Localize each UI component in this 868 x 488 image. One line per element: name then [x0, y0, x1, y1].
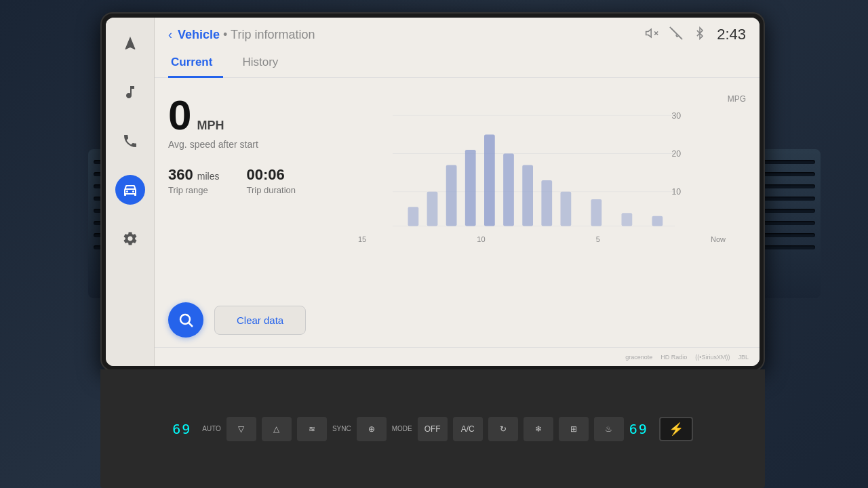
hd-radio-logo: HD Radio: [660, 354, 687, 361]
fan-up-button[interactable]: △: [262, 417, 292, 441]
svg-text:30: 30: [672, 111, 682, 121]
bluetooth-icon: [694, 26, 706, 43]
temp-right-display: 69: [629, 421, 648, 437]
jbl-logo: JBL: [738, 354, 749, 361]
settings-icon: [122, 230, 138, 247]
off-button[interactable]: OFF: [418, 417, 448, 441]
svg-text:20: 20: [672, 149, 682, 159]
svg-point-1: [132, 190, 134, 192]
temp-left-display: 69: [172, 421, 191, 437]
svg-rect-13: [465, 150, 476, 226]
x-label-15: 15: [358, 235, 366, 243]
x-axis: 15 10 5 Now: [344, 232, 746, 243]
speed-unit: MPH: [197, 119, 224, 133]
svg-rect-19: [591, 199, 602, 226]
music-icon: [122, 84, 138, 100]
mute-icon: [645, 26, 658, 43]
svg-rect-15: [503, 154, 514, 226]
chart-area: MPG: [344, 89, 746, 294]
sync-label: SYNC: [332, 425, 351, 432]
fan-down-button[interactable]: ▽: [226, 417, 256, 441]
svg-point-25: [180, 314, 190, 324]
x-label-now: Now: [711, 235, 726, 243]
header: ‹ Vehicle • Trip information: [155, 18, 760, 49]
trip-range-value: 360 miles: [168, 166, 220, 184]
svg-rect-20: [622, 213, 633, 226]
phone-icon: [122, 133, 138, 149]
car-icon: [122, 182, 138, 198]
svg-rect-18: [561, 192, 572, 226]
search-icon: [178, 312, 194, 328]
svg-rect-21: [652, 216, 663, 226]
svg-rect-10: [408, 207, 419, 226]
screen: ‹ Vehicle • Trip information: [106, 18, 760, 366]
stats-panel: 0 MPH Avg. speed after start 360 miles: [168, 89, 344, 294]
mode-button[interactable]: ⊕: [357, 417, 387, 441]
trip-info: 360 miles Trip range 00:06 Trip duration: [168, 166, 344, 195]
trip-duration-value: 00:06: [247, 166, 296, 184]
defrost-rear-button[interactable]: ⊞: [559, 417, 589, 441]
svg-rect-11: [427, 192, 438, 226]
car-background: ‹ Vehicle • Trip information: [0, 0, 868, 488]
bottom-controls: 69 AUTO ▽ △ ≋ SYNC ⊕ MODE OFF A/C ↻ ❄ ⊞ …: [100, 369, 765, 488]
mpg-label: MPG: [728, 94, 746, 104]
svg-text:10: 10: [672, 187, 682, 197]
chart-container: MPG: [344, 94, 746, 230]
sidebar-item-music[interactable]: [115, 77, 145, 107]
gracenote-logo: gracenote: [625, 354, 652, 361]
main-content: ‹ Vehicle • Trip information: [155, 18, 760, 366]
tabs-container: Current History: [155, 49, 760, 78]
usb-port[interactable]: ⚡: [659, 417, 693, 441]
breadcrumb-page: Trip information: [231, 28, 315, 41]
x-label-5: 5: [596, 235, 600, 243]
speed-number: 0: [168, 94, 191, 136]
time-display: 2:43: [717, 26, 746, 43]
svg-rect-14: [484, 134, 495, 226]
mode-label: MODE: [392, 425, 412, 432]
navigation-icon: [122, 35, 138, 52]
ac-button[interactable]: A/C: [453, 417, 483, 441]
sidebar-item-navigation[interactable]: [115, 28, 145, 58]
screen-bezel: ‹ Vehicle • Trip information: [100, 12, 765, 371]
speed-label: Avg. speed after start: [168, 139, 344, 150]
sidebar-item-settings[interactable]: [115, 224, 145, 253]
header-right: 2:43: [645, 26, 746, 43]
trip-range-item: 360 miles Trip range: [168, 166, 220, 195]
recirculate-button[interactable]: ↻: [488, 417, 518, 441]
auto-label-group: AUTO: [202, 425, 221, 432]
mode-group: MODE: [392, 425, 412, 432]
trip-duration-label: Trip duration: [247, 185, 296, 195]
trip-duration-item: 00:06 Trip duration: [247, 166, 296, 195]
siriusxm-logo: ((•SiriusXM)): [695, 354, 730, 361]
breadcrumb-separator: •: [223, 28, 227, 41]
speed-section: 0 MPH Avg. speed after start: [168, 94, 344, 150]
sync-group: SYNC: [332, 425, 351, 432]
svg-marker-2: [646, 29, 652, 37]
heated-seat-button[interactable]: ♨: [594, 417, 624, 441]
svg-rect-12: [446, 165, 457, 226]
phone-off-icon: [669, 26, 683, 43]
breadcrumb: Vehicle • Trip information: [178, 28, 315, 42]
svg-line-26: [189, 323, 193, 327]
footer-bar: gracenote HD Radio ((•SiriusXM)) JBL: [155, 347, 760, 366]
speed-value-group: 0 MPH: [168, 94, 344, 136]
sidebar: [106, 18, 155, 366]
tab-history[interactable]: History: [239, 49, 289, 78]
fan-speed-button[interactable]: ≋: [297, 417, 327, 441]
bottom-bar: Clear data: [155, 294, 760, 347]
chart-svg: 30 20 10: [344, 108, 746, 230]
x-label-10: 10: [477, 235, 485, 243]
svg-rect-16: [522, 165, 533, 226]
tab-current[interactable]: Current: [168, 49, 223, 78]
sidebar-item-car[interactable]: [115, 175, 145, 205]
auto-label: AUTO: [202, 425, 221, 432]
defrost-front-button[interactable]: ❄: [524, 417, 553, 441]
body-area: 0 MPH Avg. speed after start 360 miles: [155, 89, 760, 294]
svg-rect-17: [541, 180, 552, 226]
clear-data-button[interactable]: Clear data: [214, 306, 306, 335]
header-left: ‹ Vehicle • Trip information: [168, 28, 315, 42]
back-button[interactable]: ‹: [168, 28, 172, 42]
svg-point-0: [126, 190, 128, 192]
search-button[interactable]: [168, 302, 203, 338]
sidebar-item-phone[interactable]: [115, 126, 145, 156]
